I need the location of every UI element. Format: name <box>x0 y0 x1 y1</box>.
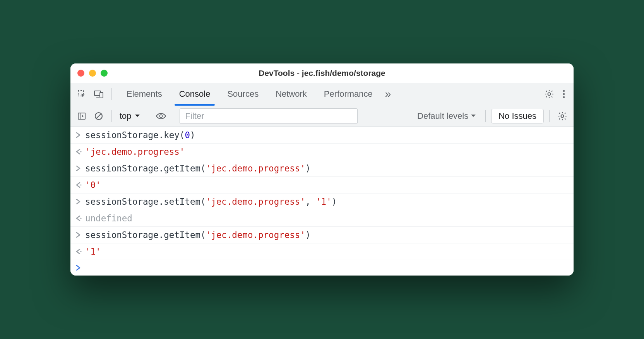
svg-point-4 <box>548 93 551 96</box>
svg-point-12 <box>159 115 162 117</box>
chevron-left-icon <box>76 149 85 154</box>
console-output-line: undefined <box>70 210 574 227</box>
levels-label: Default levels <box>417 111 468 121</box>
maximize-window-button[interactable] <box>101 70 108 77</box>
svg-rect-3 <box>100 92 103 98</box>
tab-overflow-icon[interactable]: » <box>381 88 395 100</box>
chevron-right-icon <box>76 232 85 238</box>
separator <box>148 110 148 122</box>
console-input-line: sessionStorage.key(0) <box>70 127 574 144</box>
console-line-content: 'jec.demo.progress' <box>85 147 185 157</box>
close-window-button[interactable] <box>77 70 84 77</box>
chevron-right-icon <box>76 132 85 138</box>
svg-point-14 <box>80 151 81 152</box>
window-title: DevTools - jec.fish/demo/storage <box>259 68 385 78</box>
tab-elements[interactable]: Elements <box>118 83 171 105</box>
tab-console[interactable]: Console <box>171 83 219 105</box>
separator <box>174 110 174 122</box>
svg-point-6 <box>563 93 565 95</box>
tabbar-right <box>534 87 570 101</box>
console-input-line: sessionStorage.getItem('jec.demo.progres… <box>70 227 574 243</box>
console-line-content: undefined <box>85 213 132 223</box>
chevron-right-icon <box>76 199 85 204</box>
console-line-content: sessionStorage.getItem('jec.demo.progres… <box>85 230 311 240</box>
chevron-down-icon <box>471 114 476 118</box>
chevron-left-icon <box>76 249 85 254</box>
settings-gear-icon[interactable] <box>542 87 557 101</box>
tab-sources[interactable]: Sources <box>219 83 267 105</box>
issues-button[interactable]: No Issues <box>491 109 544 123</box>
console-line-content: '0' <box>85 180 101 190</box>
devtools-window: DevTools - jec.fish/demo/storage Element… <box>70 63 574 276</box>
console-line-content: '1' <box>85 247 101 257</box>
console-input-line: sessionStorage.setItem('jec.demo.progres… <box>70 193 574 210</box>
device-toolbar-icon[interactable] <box>91 87 106 101</box>
svg-point-16 <box>80 217 81 219</box>
chevron-left-icon <box>76 216 85 221</box>
console-output-line: '0' <box>70 177 574 193</box>
console-input-line: sessionStorage.getItem('jec.demo.progres… <box>70 160 574 177</box>
clear-console-icon[interactable] <box>91 109 106 123</box>
tab-list: Elements Console Sources Network Perform… <box>118 83 381 105</box>
chevron-down-icon <box>135 114 140 118</box>
kebab-menu-icon[interactable] <box>558 87 570 101</box>
minimize-window-button[interactable] <box>89 70 96 77</box>
titlebar: DevTools - jec.fish/demo/storage <box>70 63 574 83</box>
tab-network[interactable]: Network <box>267 83 315 105</box>
live-expression-eye-icon[interactable] <box>154 109 168 123</box>
console-settings-gear-icon[interactable] <box>555 109 570 123</box>
svg-point-13 <box>561 115 564 117</box>
svg-point-15 <box>80 184 81 185</box>
context-selector[interactable]: top <box>117 111 142 121</box>
console-output-line: 'jec.demo.progress' <box>70 144 574 160</box>
toggle-sidebar-icon[interactable] <box>74 109 89 123</box>
chevron-left-icon <box>76 182 85 188</box>
prompt-chevron-icon <box>76 265 85 271</box>
separator <box>485 110 486 122</box>
console-prompt[interactable] <box>70 260 574 276</box>
separator <box>537 88 537 100</box>
chevron-right-icon <box>76 166 85 171</box>
console-output-line: '1' <box>70 243 574 260</box>
traffic-lights <box>77 70 108 77</box>
svg-rect-8 <box>78 113 85 119</box>
console-line-content: sessionStorage.key(0) <box>85 130 195 140</box>
console-toolbar: top Default levels No Issues <box>70 105 574 127</box>
inspect-element-icon[interactable] <box>74 87 89 101</box>
svg-line-11 <box>96 114 101 118</box>
context-label: top <box>120 111 132 121</box>
tabbar-left <box>74 87 115 101</box>
filter-input[interactable] <box>180 108 358 124</box>
svg-point-17 <box>80 251 81 252</box>
tab-performance[interactable]: Performance <box>315 83 381 105</box>
log-levels-selector[interactable]: Default levels <box>413 111 480 121</box>
svg-point-7 <box>563 96 565 98</box>
svg-point-5 <box>563 90 565 92</box>
main-tabbar: Elements Console Sources Network Perform… <box>70 83 574 105</box>
separator <box>549 110 550 122</box>
separator <box>111 88 112 100</box>
console-line-content: sessionStorage.setItem('jec.demo.progres… <box>85 197 337 207</box>
console-output: sessionStorage.key(0)'jec.demo.progress'… <box>70 127 574 276</box>
console-line-content: sessionStorage.getItem('jec.demo.progres… <box>85 163 311 173</box>
separator <box>111 110 112 122</box>
